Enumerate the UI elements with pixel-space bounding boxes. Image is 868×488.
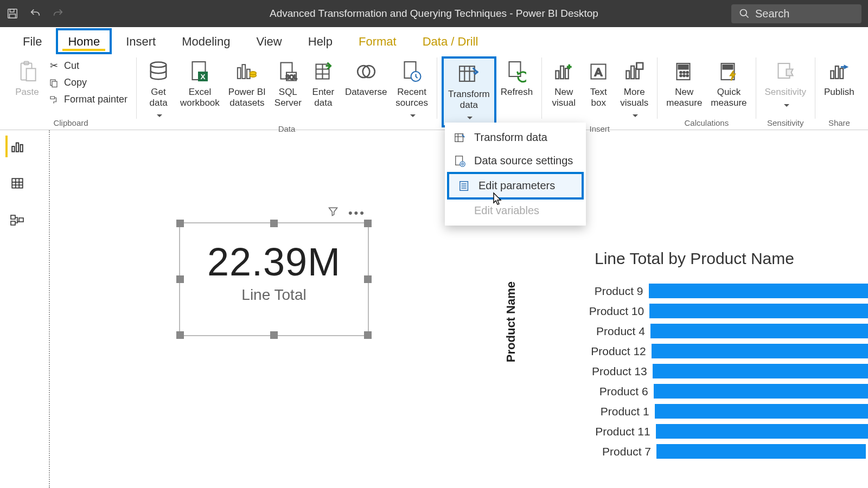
paste-icon xyxy=(18,59,36,85)
tab-help[interactable]: Help xyxy=(296,28,344,54)
bar-row[interactable]: Product 4 xyxy=(586,321,868,341)
svg-rect-49 xyxy=(835,66,839,79)
card-label: Line Total xyxy=(180,286,368,304)
model-view-button[interactable] xyxy=(5,209,27,231)
resize-handle[interactable] xyxy=(364,331,372,339)
svg-point-42 xyxy=(680,75,682,77)
more-visuals-button[interactable]: More visuals xyxy=(616,56,653,123)
resize-handle[interactable] xyxy=(176,220,184,227)
bar-chart[interactable]: Line Total by Product Name Product Name … xyxy=(521,249,868,461)
edit-parameters-icon xyxy=(458,180,471,192)
group-calc-label: Calculations xyxy=(685,117,729,130)
dd-transform-data[interactable]: Transform data xyxy=(445,126,586,149)
sql-server-button[interactable]: SQLSQL Server xyxy=(270,56,306,110)
dd-edit-parameters[interactable]: Edit parameters xyxy=(447,172,584,200)
cut-button[interactable]: ✂Cut xyxy=(46,59,130,73)
bar xyxy=(655,404,868,419)
quick-measure-icon xyxy=(719,59,738,85)
card-visual[interactable]: ••• 22.39M Line Total xyxy=(179,222,369,336)
data-source-icon xyxy=(454,155,467,167)
tab-modeling[interactable]: Modeling xyxy=(170,28,242,54)
svg-rect-28 xyxy=(556,71,559,79)
text-box-button[interactable]: AText box xyxy=(581,56,616,110)
tab-insert[interactable]: Insert xyxy=(114,28,168,54)
bar-row[interactable]: Product 10 xyxy=(586,301,868,321)
tab-format[interactable]: Format xyxy=(347,28,409,54)
svg-rect-60 xyxy=(11,215,15,219)
filter-icon[interactable] xyxy=(328,206,339,220)
tab-view[interactable]: View xyxy=(244,28,293,54)
undo-icon[interactable] xyxy=(29,8,41,20)
tab-datadrill[interactable]: Data / Drill xyxy=(411,28,490,54)
bar-category: Product 7 xyxy=(586,445,656,458)
recent-sources-button[interactable]: Recent sources xyxy=(391,56,432,123)
bar-row[interactable]: Product 7 xyxy=(586,441,868,461)
publish-button[interactable]: Publish xyxy=(820,56,859,100)
svg-point-43 xyxy=(683,75,685,77)
bar xyxy=(656,424,868,439)
sql-icon: SQL xyxy=(278,59,298,85)
svg-rect-62 xyxy=(19,218,23,222)
svg-point-3 xyxy=(741,10,747,16)
dd-data-source-settings[interactable]: Data source settings xyxy=(445,149,586,172)
bar xyxy=(649,304,868,318)
bar xyxy=(652,344,868,358)
new-measure-icon xyxy=(674,59,694,85)
resize-handle[interactable] xyxy=(176,331,184,339)
new-measure-button[interactable]: New measure xyxy=(662,56,706,110)
data-view-button[interactable] xyxy=(5,172,27,194)
svg-point-40 xyxy=(683,72,685,74)
svg-rect-6 xyxy=(27,68,36,81)
format-painter-button[interactable]: Format painter xyxy=(46,93,130,106)
report-view-button[interactable] xyxy=(5,136,27,157)
svg-rect-14 xyxy=(242,65,246,79)
svg-rect-38 xyxy=(679,65,688,69)
resize-handle[interactable] xyxy=(364,275,372,283)
bar-category: Product 13 xyxy=(586,365,653,378)
sensitivity-icon xyxy=(776,59,795,85)
new-visual-icon xyxy=(553,59,574,85)
bar xyxy=(656,444,866,459)
bar-row[interactable]: Product 9 xyxy=(586,281,868,301)
redo-icon[interactable] xyxy=(52,8,64,20)
refresh-button[interactable]: Refresh xyxy=(496,56,538,100)
svg-rect-29 xyxy=(560,66,564,79)
chart-ylabel: Product Name xyxy=(504,281,518,362)
quick-measure-button[interactable]: Quick measure xyxy=(706,56,751,110)
svg-rect-50 xyxy=(840,68,843,79)
new-visual-button[interactable]: New visual xyxy=(546,56,581,110)
bar-category: Product 6 xyxy=(586,385,654,398)
svg-rect-34 xyxy=(631,66,634,79)
transform-data-button[interactable]: Transform data xyxy=(442,56,496,127)
svg-point-41 xyxy=(686,72,688,74)
pbi-datasets-button[interactable]: Power BI datasets xyxy=(224,56,270,110)
tab-file[interactable]: File xyxy=(11,28,54,54)
get-data-button[interactable]: Get data xyxy=(141,56,176,123)
svg-rect-26 xyxy=(459,66,475,81)
more-icon[interactable]: ••• xyxy=(348,206,366,220)
copy-button[interactable]: Copy xyxy=(46,76,130,89)
save-icon[interactable] xyxy=(7,8,18,20)
tab-home[interactable]: Home xyxy=(56,28,112,54)
bar-category: Product 10 xyxy=(586,305,649,318)
resize-handle[interactable] xyxy=(364,220,372,227)
bar-row[interactable]: Product 12 xyxy=(586,341,868,361)
excel-button[interactable]: XExcel workbook xyxy=(176,56,224,110)
search-input[interactable]: Search xyxy=(731,4,861,23)
bar-row[interactable]: Product 13 xyxy=(586,361,868,381)
cut-icon: ✂ xyxy=(48,60,60,72)
bar-row[interactable]: Product 6 xyxy=(586,381,868,401)
bar-row[interactable]: Product 11 xyxy=(586,421,868,441)
sensitivity-button: Sensitivity xyxy=(761,56,811,112)
pbi-datasets-icon xyxy=(236,59,258,85)
resize-handle[interactable] xyxy=(270,331,278,339)
resize-handle[interactable] xyxy=(176,275,184,283)
enter-data-button[interactable]: Enter data xyxy=(306,56,341,110)
dataverse-button[interactable]: Dataverse xyxy=(341,56,391,100)
paste-button[interactable]: Paste xyxy=(10,56,44,100)
bar-row[interactable]: Product 1 xyxy=(586,401,868,421)
resize-handle[interactable] xyxy=(270,220,278,227)
group-share-label: Share xyxy=(828,117,850,130)
refresh-icon xyxy=(507,59,526,85)
view-rail xyxy=(0,130,33,231)
